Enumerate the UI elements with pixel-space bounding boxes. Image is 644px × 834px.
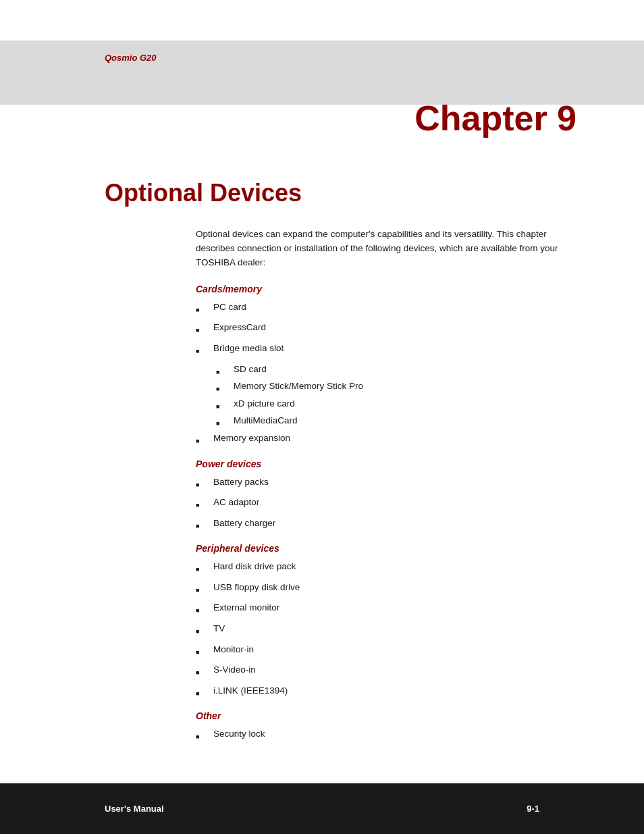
categories-container: Cards/memoryPC cardExpressCardBridge med… bbox=[196, 284, 576, 744]
bullet-icon bbox=[196, 433, 209, 448]
list-item-text: AC adaptor bbox=[213, 495, 259, 510]
chapter-title-wrapper: Chapter 9 bbox=[0, 105, 644, 152]
list-item-text: ExpressCard bbox=[213, 320, 266, 335]
bullet-icon bbox=[196, 561, 209, 576]
bullet-icon bbox=[216, 398, 230, 413]
list-item-text: xD picture card bbox=[234, 396, 295, 411]
list-item-text: Memory expansion bbox=[213, 431, 290, 446]
list-item-text: TV bbox=[213, 621, 225, 636]
list-item: Battery packs bbox=[196, 475, 576, 492]
list-item: AC adaptor bbox=[196, 495, 576, 512]
list-item-text: Battery charger bbox=[213, 516, 275, 531]
list-item: Hard disk drive pack bbox=[196, 559, 576, 576]
bullet-icon bbox=[196, 582, 209, 597]
category-title-peripheral-devices: Peripheral devices bbox=[196, 543, 576, 554]
bullet-icon bbox=[216, 381, 230, 396]
list-item: External monitor bbox=[196, 600, 576, 617]
footer-manual-label: User's Manual bbox=[105, 804, 164, 814]
bullet-icon bbox=[196, 343, 209, 358]
list-item: Monitor-in bbox=[196, 642, 576, 659]
bullet-icon bbox=[196, 602, 209, 617]
list-item-text: External monitor bbox=[213, 600, 279, 615]
list-item: SD card bbox=[216, 362, 576, 379]
list-item-text: SD card bbox=[234, 362, 267, 377]
product-label: Qosmio G20 bbox=[105, 53, 157, 63]
list-item: Memory expansion bbox=[196, 431, 576, 448]
bullet-icon bbox=[196, 497, 209, 512]
list-item-text: Security lock bbox=[213, 727, 265, 741]
chapter-title: Chapter 9 bbox=[414, 98, 576, 138]
list-item: TV bbox=[196, 621, 576, 638]
list-item: Security lock bbox=[196, 727, 576, 744]
list-item-text: Memory Stick/Memory Stick Pro bbox=[234, 379, 363, 394]
list-item-text: PC card bbox=[213, 300, 246, 315]
bullet-icon bbox=[196, 729, 209, 744]
list-item-text: USB floppy disk drive bbox=[213, 580, 300, 595]
list-item: xD picture card bbox=[216, 396, 576, 413]
bullet-icon bbox=[196, 685, 209, 700]
list-item-text: Monitor-in bbox=[213, 642, 254, 657]
list-item-text: Battery packs bbox=[213, 475, 269, 490]
footer-band: User's Manual 9-1 bbox=[0, 783, 644, 834]
intro-text: Optional devices can expand the computer… bbox=[196, 228, 576, 270]
list-item-text: MultiMediaCard bbox=[234, 413, 298, 428]
list-item: i.LINK (IEEE1394) bbox=[196, 683, 576, 700]
list-item-text: i.LINK (IEEE1394) bbox=[213, 683, 288, 698]
bullet-icon bbox=[196, 518, 209, 533]
list-item: S-Video-in bbox=[196, 662, 576, 679]
list-item-text: Hard disk drive pack bbox=[213, 559, 296, 574]
bullet-icon bbox=[196, 623, 209, 638]
list-item: USB floppy disk drive bbox=[196, 580, 576, 597]
footer-page-number: 9-1 bbox=[527, 804, 539, 814]
category-title-other: Other bbox=[196, 710, 576, 721]
list-item: Battery charger bbox=[196, 516, 576, 533]
bullet-icon bbox=[196, 302, 209, 317]
bullet-icon bbox=[196, 644, 209, 659]
category-title-cards-memory: Cards/memory bbox=[196, 284, 576, 294]
list-item: MultiMediaCard bbox=[216, 413, 576, 430]
page-wrapper: Qosmio G20 Chapter 9 Optional Devices Op… bbox=[0, 0, 644, 834]
content-area: Optional devices can expand the computer… bbox=[196, 228, 576, 783]
list-item-text: S-Video-in bbox=[213, 662, 256, 677]
list-item: Memory Stick/Memory Stick Pro bbox=[216, 379, 576, 396]
section-title: Optional Devices bbox=[105, 179, 644, 207]
category-title-power-devices: Power devices bbox=[196, 459, 576, 469]
header-band: Qosmio G20 bbox=[0, 41, 644, 105]
list-item: Bridge media slot bbox=[196, 341, 576, 358]
bullet-icon bbox=[216, 364, 230, 379]
list-item: ExpressCard bbox=[196, 320, 576, 337]
bullet-icon bbox=[216, 415, 230, 430]
bullet-icon bbox=[196, 322, 209, 337]
bullet-icon bbox=[196, 664, 209, 679]
list-item: PC card bbox=[196, 300, 576, 317]
bullet-icon bbox=[196, 477, 209, 492]
list-item-text: Bridge media slot bbox=[213, 341, 284, 356]
